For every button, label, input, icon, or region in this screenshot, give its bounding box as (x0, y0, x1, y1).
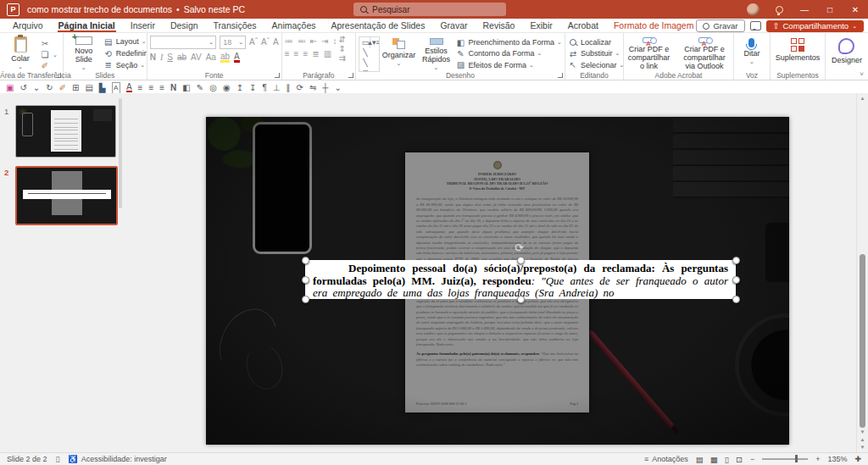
accessibility-checker[interactable]: ♿ Acessibilidade: investigar (69, 455, 167, 463)
thumbnail-panel-scrollbar[interactable] (118, 95, 123, 451)
clipboard-dialog-launcher[interactable] (56, 73, 61, 78)
document-title[interactable]: como mostrar trecho de documentos • Salv… (27, 4, 254, 14)
scroll-up-icon[interactable]: ▲ (860, 96, 865, 101)
font-color-icon[interactable]: A (126, 83, 132, 92)
convert-smartart-icon[interactable]: ⇉ (339, 53, 346, 63)
slide-size-icon[interactable]: ▙ (99, 83, 106, 93)
send-backward-icon[interactable]: ↧ (249, 83, 256, 93)
slide-1-thumbnail[interactable] (15, 105, 116, 158)
undo-icon[interactable]: ↺ (19, 83, 26, 93)
resize-handle-bottom-center[interactable] (517, 296, 525, 303)
resize-handle-top-center[interactable] (517, 257, 525, 264)
layout-icon[interactable]: ▤ (85, 83, 92, 93)
save-icon[interactable]: ▣ (6, 83, 14, 93)
picture-effects-icon[interactable]: ◉ (223, 83, 231, 93)
replace-button[interactable]: ⇄Substituir⌄ (568, 48, 624, 58)
shapes-gallery-scrollbar[interactable]: ▴▾≡ (370, 37, 379, 48)
quick-styles-button[interactable]: Estilos Rápidos ⌄ (419, 35, 454, 70)
section-button[interactable]: ≣Seção⌄ (103, 59, 147, 70)
scroll-down-icon[interactable]: ▼ (860, 429, 865, 435)
new-slide-button[interactable]: Novo Slide ⌄ (66, 35, 102, 70)
slide-sorter-view-icon[interactable]: ▦ (710, 455, 718, 464)
text-box-icon[interactable]: A (112, 82, 120, 94)
slide-2-thumbnail[interactable] (15, 166, 118, 225)
bullets-icon[interactable]: ≔ (285, 36, 293, 46)
rotate-handle[interactable]: ⟳ (515, 242, 524, 253)
notes-pages-icon[interactable]: ▯ (56, 455, 60, 463)
underline-icon[interactable]: S (167, 53, 173, 62)
align-text-icon[interactable]: ⇕ (339, 44, 346, 53)
resize-handle-top-left[interactable] (302, 257, 309, 264)
align-right-icon[interactable]: ≡ (303, 49, 308, 58)
cut-icon[interactable]: ✂ (40, 39, 50, 48)
font-name-combo[interactable]: ⌄ (150, 36, 216, 49)
arrange-button[interactable]: Organizar ⌄ (381, 35, 417, 70)
dictate-button[interactable]: Ditar ⌄ (734, 35, 770, 70)
create-pdf-share-link-button[interactable]: Criar PDF e compartilhar o link (626, 35, 671, 70)
shape-outline-icon[interactable]: ✎ (197, 83, 203, 93)
shape-line[interactable]: ╲ (361, 48, 370, 58)
text-direction-icon[interactable]: ¶ (262, 83, 266, 93)
crop-icon[interactable]: ┼ (322, 83, 328, 93)
redo-icon[interactable]: ↻ (46, 83, 53, 93)
align-objects-icon[interactable]: ⊥ (273, 83, 281, 93)
font-size-combo[interactable]: 18⌄ (220, 36, 246, 49)
align-left-icon[interactable]: ≡ (285, 49, 290, 58)
flip-icon[interactable]: ⇋ (309, 83, 316, 93)
shape-fill-button[interactable]: ◧Preenchimento da Forma⌄ (456, 37, 562, 47)
numbering-icon[interactable]: ≕ (298, 36, 306, 46)
text-direction-icon[interactable]: ⇵ (339, 35, 346, 44)
resize-handle-middle-left[interactable] (302, 276, 309, 284)
record-button[interactable]: Gravar (696, 19, 744, 32)
italic-icon[interactable]: I (160, 53, 163, 62)
reset-button[interactable]: ⟲Redefinir (103, 48, 147, 59)
vertical-scrollbar[interactable]: ▲ ▼ ▲ ▼ (856, 93, 868, 452)
addins-button[interactable]: Suplementos (773, 35, 822, 70)
align-left-icon[interactable]: ≡ (138, 83, 143, 93)
columns-icon[interactable]: ▥ (324, 49, 331, 58)
title-caret-icon[interactable]: ⌄ (249, 7, 254, 12)
fit-to-window-icon[interactable]: ✚ (854, 455, 861, 463)
tab-gravar[interactable]: Gravar (432, 19, 475, 32)
layout-button[interactable]: ▤Layout⌄ (103, 36, 147, 47)
strikethrough-icon[interactable]: ab (177, 53, 186, 62)
tab-apresentacao-de-slides[interactable]: Apresentação de Slides (324, 19, 433, 32)
tab-transicoes[interactable]: Transições (206, 19, 264, 32)
shape-arrow-line[interactable]: ╲ (361, 58, 370, 68)
character-spacing-icon[interactable]: AV (191, 53, 202, 62)
shape-effects-icon[interactable]: ◎ (209, 83, 217, 93)
decrease-indent-icon[interactable]: ⇤ (310, 36, 317, 46)
slide-canvas[interactable]: PODER JUDICIÁRIO JUSTIÇA DO TRABALHO TRI… (206, 117, 789, 445)
save-status[interactable]: Salvo neste PC (184, 4, 245, 14)
shape-outline-button[interactable]: ✎Contorno da Forma⌄ (456, 48, 562, 58)
undo-caret-icon[interactable]: ⌄ (33, 83, 40, 93)
deposition-text[interactable]: Depoimento pessoal do(a) sócio(a)/prepos… (313, 263, 728, 299)
minimize-button[interactable]: — (792, 0, 817, 19)
select-button[interactable]: ↖Selecionar⌄ (568, 60, 624, 70)
align-center-icon[interactable]: ≡ (148, 83, 153, 93)
tab-pagina-inicial[interactable]: Página Inicial (51, 19, 123, 32)
tab-exibir[interactable]: Exibir (522, 19, 559, 32)
format-painter-icon[interactable]: ✐ (40, 61, 50, 70)
align-center-icon[interactable]: ≡ (294, 49, 299, 58)
zoom-out-icon[interactable]: − (750, 455, 754, 463)
resize-handle-top-right[interactable] (732, 257, 740, 264)
bold-icon[interactable]: N (150, 53, 156, 62)
selected-text-box[interactable]: Depoimento pessoal do(a) sócio(a)/prepos… (305, 260, 736, 299)
new-slide-icon[interactable]: ⊞ (72, 83, 79, 93)
drawing-dialog-launcher[interactable] (558, 73, 563, 78)
clear-formatting-icon[interactable]: A (273, 37, 279, 47)
create-pdf-share-outlook-button[interactable]: Criar PDF e compartilhar via Outlook (678, 35, 731, 70)
font-color-icon[interactable]: A (234, 53, 240, 63)
comments-button[interactable] (750, 21, 761, 30)
text-highlight-icon[interactable]: ab (220, 53, 230, 63)
collapse-ribbon-icon[interactable]: ˅ (860, 70, 864, 78)
paragraph-dialog-launcher[interactable] (348, 73, 353, 78)
tips-button[interactable] (766, 0, 792, 19)
slide-counter[interactable]: Slide 2 de 2 (7, 455, 47, 463)
designer-button[interactable]: Designer (828, 35, 865, 70)
powerpoint-app-icon[interactable]: P (7, 3, 19, 16)
tab-revisao[interactable]: Revisão (476, 19, 523, 32)
scrollbar-thumb[interactable] (860, 254, 865, 428)
resize-handle-middle-right[interactable] (732, 276, 740, 284)
